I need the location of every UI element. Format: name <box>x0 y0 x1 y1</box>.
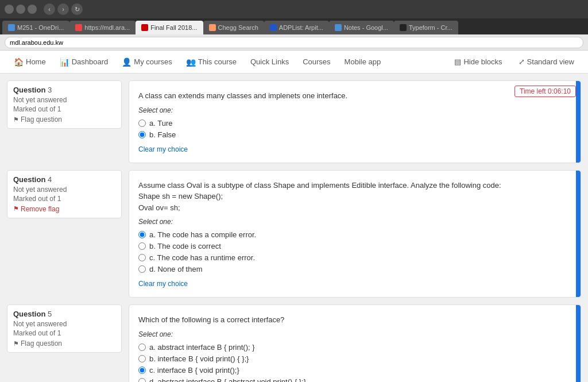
question-5-select-label: Select one: <box>138 330 571 338</box>
question-4-area: Assume class Oval is a subtype of class … <box>129 170 581 298</box>
window-close[interactable] <box>28 5 37 14</box>
question-5-option-c[interactable]: c. interface B { void print();} <box>138 366 571 375</box>
nav-quicklinks[interactable]: Quick Links <box>243 51 296 74</box>
question-4-option-c[interactable]: c. The code has a runtime error. <box>138 253 571 262</box>
flag-icon-q5: ⚑ <box>13 340 19 348</box>
nav-hideblocks[interactable]: ▤ Hide blocks <box>447 51 509 74</box>
question-3-label-a[interactable]: a. Ture <box>149 119 172 128</box>
mycourses-icon: 👤 <box>122 57 131 67</box>
question-4-option-d[interactable]: d. None of them <box>138 265 571 273</box>
nav-courses[interactable]: Courses <box>296 51 337 74</box>
question-5-radio-d[interactable] <box>138 378 146 383</box>
question-4-radio-c[interactable] <box>138 254 146 261</box>
question-4-label-a[interactable]: a. The code has a compile error. <box>149 230 256 239</box>
question-3-text: A class can extends many classes and imp… <box>138 90 571 102</box>
question-5-label-b[interactable]: b. interface B { void print() { };} <box>149 354 249 363</box>
time-badge: Time left 0:06:10 <box>514 86 576 97</box>
question-4-clear[interactable]: Clear my choice <box>138 280 188 288</box>
question-5-label-a[interactable]: a. abstract interface B { print(); } <box>149 343 255 352</box>
tab-m251[interactable]: M251 - OneDri... <box>2 21 69 34</box>
question-3-select-label: Select one: <box>138 106 571 114</box>
question-3-flag[interactable]: ⚑ Flag question <box>13 115 115 124</box>
question-4-text: Assume class Oval is a subtype of class … <box>138 180 571 214</box>
question-3-marked: Marked out of 1 <box>13 105 115 113</box>
nav-standardview[interactable]: ⤢ Standard view <box>512 51 581 74</box>
tab-typeform[interactable]: Typeform - Cr... <box>394 21 458 34</box>
tab-chegg[interactable]: Chegg Search <box>203 21 264 34</box>
tab-notes[interactable]: Notes - Googl... <box>329 21 394 34</box>
tab-finalfall[interactable]: Final Fall 2018... <box>136 21 203 34</box>
window-maximize[interactable] <box>16 5 25 14</box>
question-3-options: a. Ture b. False <box>138 119 571 139</box>
main-content-q4: Question 4 Not yet answered Marked out o… <box>0 170 588 305</box>
tab-bar: M251 - OneDri... https://mdl.ara... Fina… <box>0 18 588 34</box>
nav-mobileapp[interactable]: Mobile app <box>338 51 388 74</box>
question-4-label-c[interactable]: c. The code has a runtime error. <box>149 253 255 262</box>
question-5-radio-c[interactable] <box>138 366 146 374</box>
nav-thiscourse[interactable]: 👥 This course <box>179 51 243 74</box>
thiscourse-icon: 👥 <box>186 57 196 67</box>
question-3-option-b[interactable]: b. False <box>138 130 571 139</box>
question-5-marked: Marked out of 1 <box>13 329 115 337</box>
question-5-option-b[interactable]: b. interface B { void print() { };} <box>138 354 571 363</box>
question-3-radio-b[interactable] <box>138 131 146 138</box>
question-5-radio-a[interactable] <box>138 344 146 351</box>
question-3-card: Time left 0:06:10 A class can extends ma… <box>129 80 581 163</box>
question-4-card: Assume class Oval is a subtype of class … <box>129 170 581 298</box>
question-3-option-a[interactable]: a. Ture <box>138 119 571 128</box>
question-4-option-a[interactable]: a. The code has a compile error. <box>138 230 571 239</box>
question-4-option-b[interactable]: b. The code is correct <box>138 242 571 250</box>
question-5-text: Which of the following is a correct inte… <box>138 314 571 326</box>
question-5-status: Not yet answered <box>13 320 115 328</box>
top-navigation: 🏠 Home 📊 Dashboard 👤 My courses 👥 This c… <box>0 51 588 74</box>
question-5-label-d[interactable]: d. abstract interface B { abstract void … <box>149 377 306 383</box>
question-4-label-d[interactable]: d. None of them <box>149 265 203 273</box>
question-4-sidebar: Question 4 Not yet answered Marked out o… <box>7 170 122 298</box>
window-controls[interactable] <box>5 5 37 14</box>
questions-area: Time left 0:06:10 A class can extends ma… <box>129 80 581 163</box>
question-5-radio-b[interactable] <box>138 355 146 362</box>
question-3-clear[interactable]: Clear my choice <box>138 145 188 153</box>
question-5-option-d[interactable]: d. abstract interface B { abstract void … <box>138 377 571 383</box>
question-4-flag[interactable]: ⚑ Remove flag <box>13 205 115 213</box>
standardview-icon: ⤢ <box>519 57 525 66</box>
question-3-status: Not yet answered <box>13 96 115 104</box>
question-4-select-label: Select one: <box>138 218 571 226</box>
question-3-radio-a[interactable] <box>138 119 146 127</box>
question-3-progress-indicator <box>576 81 581 163</box>
question-4-radio-b[interactable] <box>138 242 146 250</box>
question-5-progress-indicator <box>576 305 581 382</box>
main-content-q5: Question 5 Not yet answered Marked out o… <box>0 304 588 382</box>
question-5-area: Which of the following is a correct inte… <box>129 304 581 382</box>
question-4-label-b[interactable]: b. The code is correct <box>149 242 221 250</box>
question-3-label-b[interactable]: b. False <box>149 130 176 139</box>
forward-button[interactable]: › <box>57 3 69 15</box>
url-input[interactable] <box>5 37 583 48</box>
window-minimize[interactable] <box>5 5 14 14</box>
question-5-option-a[interactable]: a. abstract interface B { print(); } <box>138 343 571 352</box>
back-button[interactable]: ‹ <box>44 3 55 15</box>
flag-icon-red: ⚑ <box>13 205 19 213</box>
question-4-number: Question 4 <box>13 175 115 184</box>
address-bar <box>0 34 588 51</box>
question-4-radio-d[interactable] <box>138 265 146 273</box>
question-4-progress-indicator <box>576 171 581 298</box>
question-5-options: a. abstract interface B { print(); } b. … <box>138 343 571 383</box>
question-5-label-c[interactable]: c. interface B { void print();} <box>149 366 239 375</box>
nav-home[interactable]: 🏠 Home <box>7 51 53 74</box>
nav-dashboard[interactable]: 📊 Dashboard <box>53 51 115 74</box>
dashboard-icon: 📊 <box>60 57 69 67</box>
question-5-card: Which of the following is a correct inte… <box>129 304 581 382</box>
nav-mycourses[interactable]: 👤 My courses <box>115 51 179 74</box>
question-5-flag[interactable]: ⚑ Flag question <box>13 339 115 348</box>
question-3-nav-card: Question 3 Not yet answered Marked out o… <box>7 80 122 129</box>
main-content: Question 3 Not yet answered Marked out o… <box>0 74 588 170</box>
tab-mdl[interactable]: https://mdl.ara... <box>69 21 136 34</box>
browser-toolbar: ‹ › ↻ <box>0 0 588 18</box>
question-5-sidebar: Question 5 Not yet answered Marked out o… <box>7 304 122 382</box>
tab-adplist[interactable]: ADPList: Arpit... <box>264 21 329 34</box>
question-4-radio-a[interactable] <box>138 231 146 238</box>
question-3-number: Question 3 <box>13 86 115 94</box>
reload-button[interactable]: ↻ <box>71 3 83 15</box>
question-4-marked: Marked out of 1 <box>13 195 115 203</box>
